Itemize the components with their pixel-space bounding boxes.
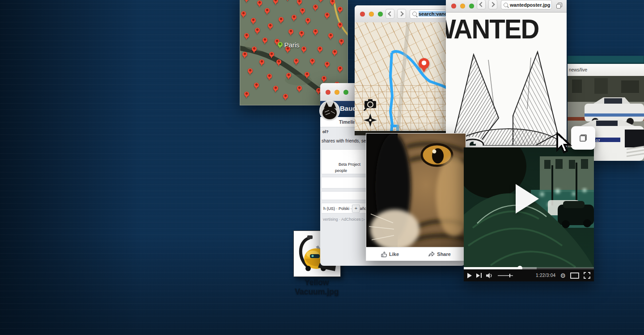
map-pin-icon[interactable] xyxy=(318,46,322,51)
map-pin-icon[interactable] xyxy=(313,29,318,34)
map-pin-icon[interactable] xyxy=(332,50,337,54)
camera-icon[interactable] xyxy=(364,99,377,111)
map-pin-icon[interactable] xyxy=(325,62,330,67)
volume-icon[interactable] xyxy=(486,273,493,278)
map-pin-icon[interactable] xyxy=(244,92,249,96)
next-button[interactable] xyxy=(476,273,482,278)
vancouver-titlebar[interactable]: search:vancouver xyxy=(355,5,450,23)
language-options[interactable]: h (US) · Polski · Español xyxy=(323,206,368,211)
map-pin-icon[interactable] xyxy=(300,8,305,13)
zoom-button[interactable] xyxy=(378,12,383,17)
news-address-bar[interactable]: news/live xyxy=(568,64,644,76)
back-button[interactable] xyxy=(386,9,394,19)
like-button[interactable]: Like xyxy=(381,251,399,257)
like-label: Like xyxy=(389,251,399,257)
vacuum-file-label[interactable]: Yellow Vacuum.jpg xyxy=(275,278,358,297)
destination-pin-icon[interactable] xyxy=(419,58,429,69)
map-pin-icon[interactable] xyxy=(265,8,270,13)
close-button[interactable] xyxy=(360,12,365,17)
map-pin-icon[interactable] xyxy=(338,66,343,71)
theater-mode-icon[interactable] xyxy=(570,272,579,279)
video-player-window[interactable]: 1:22/3:04 ⚙ xyxy=(464,147,594,281)
map-pin-icon[interactable] xyxy=(244,0,249,1)
news-page-header xyxy=(568,56,644,64)
map-pin-icon[interactable] xyxy=(322,76,326,81)
profile-avatar[interactable] xyxy=(319,100,340,121)
settings-gear-icon[interactable]: ⚙ xyxy=(560,272,566,279)
wanted-poster-window[interactable]: wantedposter.jpg WANTED xyxy=(446,0,567,149)
map-pin-icon[interactable] xyxy=(299,31,304,36)
map-pin-icon[interactable] xyxy=(268,23,273,28)
map-pin-icon[interactable] xyxy=(328,33,333,38)
map-pin-icon[interactable] xyxy=(283,94,288,99)
map-pin-icon[interactable] xyxy=(305,18,310,23)
next-triangle-icon xyxy=(476,273,480,278)
map-pin-icon[interactable] xyxy=(244,33,249,38)
map-pin-icon[interactable] xyxy=(241,11,246,16)
map-pin-icon[interactable] xyxy=(339,39,344,44)
share-button[interactable]: Share xyxy=(428,251,451,257)
minimize-button[interactable] xyxy=(460,4,465,8)
video-frame[interactable] xyxy=(464,147,594,268)
map-pin-icon[interactable] xyxy=(325,13,330,17)
forward-button[interactable] xyxy=(397,9,406,19)
map-pin-icon[interactable] xyxy=(255,28,260,33)
play-overlay-button[interactable] xyxy=(516,184,539,214)
map-pin-icon[interactable] xyxy=(305,72,309,77)
close-button[interactable] xyxy=(326,90,330,95)
map-pin-icon[interactable] xyxy=(338,7,343,12)
compass-icon[interactable] xyxy=(364,113,377,127)
play-button[interactable] xyxy=(467,273,472,278)
address-text: wantedposter.jpg xyxy=(510,2,550,8)
map-pin-icon[interactable] xyxy=(297,86,302,91)
map-pin-icon[interactable] xyxy=(252,46,257,51)
close-button[interactable] xyxy=(451,4,456,8)
map-pin-icon[interactable] xyxy=(297,0,302,4)
map-pin-icon[interactable] xyxy=(279,17,284,22)
map-pin-icon[interactable] xyxy=(313,4,318,9)
map-pin-icon[interactable] xyxy=(267,74,272,79)
map-pin-icon[interactable] xyxy=(292,15,297,20)
vancouver-map-window[interactable]: search:vancouver xyxy=(355,5,450,135)
map-pin-icon[interactable] xyxy=(257,0,262,5)
minimize-button[interactable] xyxy=(335,90,339,95)
add-language-button[interactable]: + xyxy=(352,205,360,213)
wanted-titlebar[interactable]: wantedposter.jpg xyxy=(446,0,567,13)
map-pin-icon[interactable] xyxy=(273,0,278,3)
people-label[interactable]: people xyxy=(335,168,347,173)
map-pin-icon[interactable] xyxy=(248,68,253,73)
zoom-button[interactable] xyxy=(469,4,474,8)
back-button[interactable] xyxy=(477,0,486,9)
minimize-button[interactable] xyxy=(369,12,374,17)
chevron-right-icon xyxy=(490,2,495,7)
duplicate-icon xyxy=(580,134,587,142)
map-pin-icon[interactable] xyxy=(251,18,256,23)
map-pin-icon[interactable] xyxy=(263,38,267,42)
forward-button[interactable] xyxy=(488,0,497,9)
map-pin-icon[interactable] xyxy=(286,73,291,78)
volume-slider[interactable] xyxy=(498,275,513,276)
street-map[interactable] xyxy=(355,22,450,135)
map-pin-icon[interactable] xyxy=(254,83,259,88)
adchoices-footer[interactable]: vertising · AdChoices ▷ xyxy=(323,217,365,222)
map-pin-icon[interactable] xyxy=(338,22,343,27)
map-pin-icon[interactable] xyxy=(269,52,274,57)
map-pin-icon[interactable] xyxy=(259,59,264,64)
map-pin-icon[interactable] xyxy=(330,0,335,4)
map-pin-icon[interactable] xyxy=(288,29,293,34)
search-input[interactable]: search:vancouver xyxy=(410,9,446,19)
paris-place-pin-icon[interactable] xyxy=(278,42,283,47)
map-pin-icon[interactable] xyxy=(242,52,247,57)
map-pin-icon[interactable] xyxy=(310,59,315,63)
fullscreen-icon[interactable] xyxy=(584,272,590,279)
map-pin-icon[interactable] xyxy=(294,59,299,63)
map-pin-icon[interactable] xyxy=(273,86,278,91)
address-input[interactable]: wantedposter.jpg xyxy=(501,0,552,9)
beta-project-label[interactable]: Beta Project xyxy=(339,162,360,167)
map-pin-icon[interactable] xyxy=(318,0,323,1)
cat-photo-window[interactable]: Like Share xyxy=(366,133,466,261)
duplicate-tab-icon[interactable] xyxy=(556,3,562,8)
zoom-button[interactable] xyxy=(343,90,348,95)
map-pin-icon[interactable] xyxy=(301,46,306,51)
map-pin-icon[interactable] xyxy=(276,59,281,64)
